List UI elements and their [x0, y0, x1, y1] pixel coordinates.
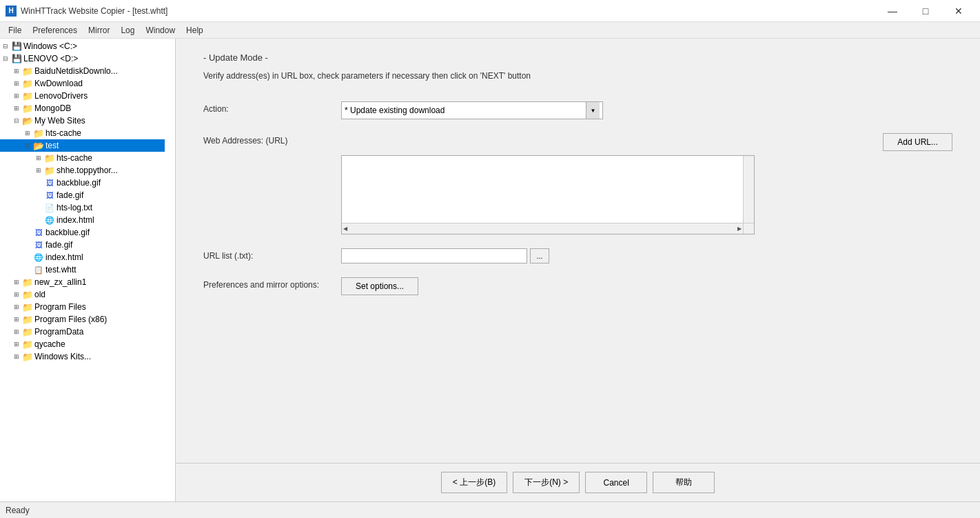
tree-label: hts-cache — [57, 153, 92, 163]
browser-file-icon: 🌐 — [44, 215, 55, 226]
tree-item-kwdownload[interactable]: ⊞ 📁 KwDownload — [0, 77, 165, 90]
menu-help[interactable]: Help — [181, 24, 209, 37]
expand-icon[interactable]: ⊟ — [11, 115, 22, 126]
drive-icon: 💾 — [11, 53, 22, 64]
expand-icon[interactable]: ⊞ — [11, 90, 22, 101]
browse-button[interactable]: ... — [530, 248, 549, 263]
url-list-input-row: ... — [341, 248, 952, 263]
expand-icon[interactable]: ⊟ — [0, 41, 11, 52]
expand-icon[interactable]: ⊞ — [33, 152, 44, 163]
tree-label: shhe.toppythor... — [57, 166, 118, 175]
action-control: * Update existing download ▼ — [341, 101, 952, 119]
bottom-bar: < 上一步(B) 下一步(N) > Cancel 帮助 — [176, 463, 980, 501]
tree-item-fade-1[interactable]: 🖼 fade.gif — [0, 189, 165, 201]
tree-item-program-files-x86[interactable]: ⊞ 📁 Program Files (x86) — [0, 313, 165, 326]
minimize-button[interactable]: — — [877, 0, 908, 22]
scroll-left-icon[interactable]: ◀ — [343, 226, 347, 232]
tree-item-newzx[interactable]: ⊞ 📁 new_zx_allin1 — [0, 276, 165, 288]
expand-icon[interactable]: ⊟ — [22, 140, 33, 151]
tree-label: index.html — [45, 252, 83, 262]
expand-icon[interactable]: ⊟ — [0, 53, 11, 64]
tree-label: backblue.gif — [57, 178, 101, 188]
back-button[interactable]: < 上一步(B) — [441, 472, 507, 493]
plain-file-icon: 📋 — [33, 264, 44, 275]
title-bar-left: H WinHTTrack Website Copier - [test.whtt… — [6, 6, 167, 17]
preferences-label: Preferences and mirror options: — [203, 277, 341, 290]
url-textarea[interactable] — [342, 156, 754, 232]
expand-icon[interactable]: ⊞ — [11, 351, 22, 362]
tree-item-backblue-1[interactable]: 🖼 backblue.gif — [0, 177, 165, 189]
url-list-label: URL list (.txt): — [203, 248, 341, 261]
menu-bar: File Preferences Mirror Log Window Help — [0, 22, 980, 39]
web-addr-top: Add URL... — [341, 133, 952, 151]
expand-icon[interactable]: ⊞ — [11, 301, 22, 312]
menu-preferences[interactable]: Preferences — [27, 24, 83, 37]
next-button[interactable]: 下一步(N) > — [513, 472, 580, 493]
tree-item-program-files[interactable]: ⊞ 📁 Program Files — [0, 301, 165, 313]
expand-icon[interactable]: ⊞ — [11, 66, 22, 77]
menu-mirror[interactable]: Mirror — [83, 24, 115, 37]
set-options-button[interactable]: Set options... — [341, 277, 418, 295]
image-file-icon: 🖼 — [33, 239, 44, 250]
text-file-icon: 📄 — [44, 202, 55, 213]
tree-label: fade.gif — [57, 190, 83, 200]
action-row: Action: * Update existing download ▼ — [203, 101, 952, 119]
expand-icon[interactable]: ⊞ — [11, 103, 22, 114]
expand-icon[interactable]: ⊞ — [11, 289, 22, 300]
tree-item-shhe[interactable]: ⊞ 📁 shhe.toppythor... — [0, 164, 165, 177]
folder-icon: 📁 — [22, 289, 33, 300]
tree-item-qycache[interactable]: ⊞ 📁 qycache — [0, 338, 165, 350]
tree-item-windows-c[interactable]: ⊟ 💾 Windows <C:> — [0, 40, 165, 52]
tree-item-mongodb[interactable]: ⊞ 📁 MongoDB — [0, 102, 165, 114]
tree-item-mywebsites[interactable]: ⊟ 📂 My Web Sites — [0, 114, 165, 127]
expand-icon[interactable]: ⊞ — [11, 339, 22, 350]
tree-item-fade-2[interactable]: 🖼 fade.gif — [0, 239, 165, 251]
scroll-right-icon[interactable]: ▶ — [737, 226, 742, 232]
textarea-scrollbar-horizontal[interactable]: ◀ ▶ — [342, 223, 743, 234]
action-label: Action: — [203, 101, 341, 114]
tree-item-hts-log[interactable]: 📄 hts-log.txt — [0, 201, 165, 214]
expand-icon[interactable]: ⊞ — [33, 165, 44, 176]
folder-icon: 📁 — [22, 351, 33, 362]
folder-icon: 📁 — [22, 277, 33, 288]
folder-icon: 📁 — [22, 326, 33, 337]
expand-icon[interactable]: ⊞ — [11, 326, 22, 337]
action-dropdown[interactable]: * Update existing download ▼ — [341, 101, 603, 119]
menu-log[interactable]: Log — [115, 24, 140, 37]
image-file-icon: 🖼 — [33, 227, 44, 238]
help-button[interactable]: 帮助 — [653, 472, 715, 493]
tree-item-backblue-2[interactable]: 🖼 backblue.gif — [0, 226, 165, 239]
expand-icon[interactable]: ⊞ — [11, 78, 22, 89]
tree-item-windows-kits[interactable]: ⊞ 📁 Windows Kits... — [0, 350, 165, 363]
tree-item-index-1[interactable]: 🌐 index.html — [0, 214, 165, 226]
tree-item-programdata[interactable]: ⊞ 📁 ProgramData — [0, 326, 165, 338]
menu-window[interactable]: Window — [140, 24, 181, 37]
textarea-scrollbar-vertical[interactable] — [743, 156, 754, 223]
cancel-button[interactable]: Cancel — [585, 472, 647, 493]
expand-icon[interactable]: ⊞ — [11, 314, 22, 325]
main-layout: ⊟ 💾 Windows <C:> ⊟ 💾 LENOVO <D:> ⊞ 📁 Bai… — [0, 39, 980, 501]
tree-item-hts-cache-2[interactable]: ⊞ 📁 hts-cache — [0, 152, 165, 164]
tree-item-test-whtt[interactable]: 📋 test.whtt — [0, 263, 165, 276]
dropdown-arrow-icon[interactable]: ▼ — [586, 102, 600, 119]
expand-icon[interactable]: ⊞ — [22, 128, 33, 139]
expand-icon[interactable]: ⊞ — [11, 277, 22, 288]
image-file-icon: 🖼 — [44, 190, 55, 201]
menu-file[interactable]: File — [3, 24, 27, 37]
tree-item-lenovo-d[interactable]: ⊟ 💾 LENOVO <D:> — [0, 52, 165, 65]
url-list-input[interactable] — [341, 248, 527, 263]
close-button[interactable]: ✕ — [943, 0, 974, 22]
tree-item-index-2[interactable]: 🌐 index.html — [0, 251, 165, 263]
maximize-button[interactable]: □ — [910, 0, 941, 22]
add-url-button[interactable]: Add URL... — [883, 133, 952, 151]
tree-item-hts-cache-1[interactable]: ⊞ 📁 hts-cache — [0, 127, 165, 139]
update-mode-title: - Update Mode - — [203, 52, 952, 63]
tree-item-lenovodrivers[interactable]: ⊞ 📁 LenovoDrivers — [0, 90, 165, 102]
tree-item-test[interactable]: ⊟ 📂 test — [0, 139, 165, 152]
folder-icon: 📁 — [22, 301, 33, 312]
tree-label: Program Files — [34, 302, 86, 312]
tree-item-baidu[interactable]: ⊞ 📁 BaiduNetdiskDownlo... — [0, 65, 165, 77]
tree-label: Windows Kits... — [34, 352, 91, 361]
tree-item-old[interactable]: ⊞ 📁 old — [0, 288, 165, 301]
folder-icon: 📁 — [22, 339, 33, 350]
